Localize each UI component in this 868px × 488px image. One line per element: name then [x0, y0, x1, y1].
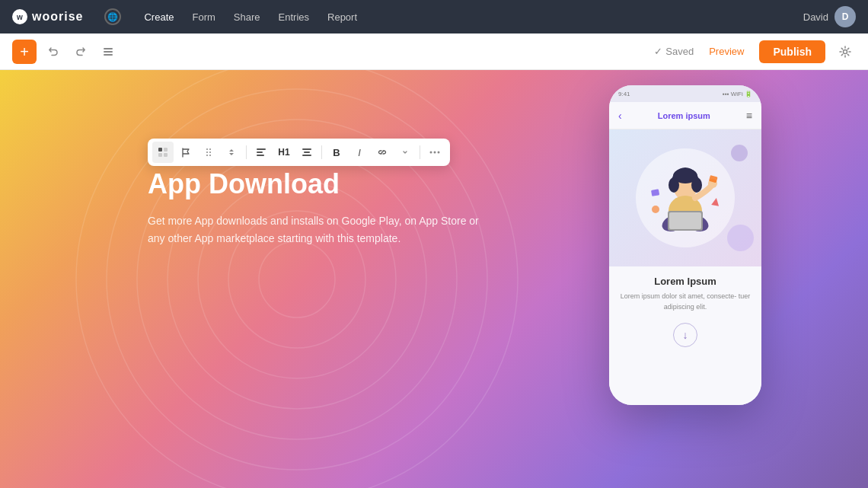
- svg-rect-13: [158, 153, 162, 157]
- add-block-button[interactable]: +: [12, 40, 37, 64]
- svg-marker-43: [711, 197, 720, 206]
- phone-deco-circle-1: [731, 145, 748, 161]
- editor-toolbar: + ✓ Saved Preview Publish: [0, 33, 868, 70]
- phone-nav-bar: ‹ Lorem ipsum ≡: [609, 102, 761, 129]
- svg-rect-2: [104, 54, 113, 56]
- block-up-down-button[interactable]: [221, 142, 242, 163]
- nav-item-share[interactable]: Share: [226, 7, 268, 27]
- svg-rect-42: [651, 189, 659, 196]
- heading-button[interactable]: H1: [273, 142, 295, 163]
- block-toolbar: H1 B I: [148, 139, 450, 166]
- link-options-button[interactable]: [394, 142, 416, 163]
- svg-rect-25: [304, 152, 310, 153]
- phone-hero-section: [609, 129, 761, 266]
- saved-status: ✓ Saved: [654, 46, 694, 57]
- svg-point-20: [209, 155, 211, 156]
- content-description[interactable]: Get more App downloads and installs on G…: [148, 212, 498, 247]
- svg-point-10: [76, 70, 518, 488]
- block-type-button[interactable]: [152, 142, 174, 163]
- phone-content-section: Lorem Ipsum Lorem ipsum dolor sit amet, …: [609, 266, 761, 405]
- svg-point-19: [206, 155, 208, 156]
- nav-item-form[interactable]: Form: [185, 7, 223, 27]
- preview-button[interactable]: Preview: [703, 43, 750, 60]
- user-avatar: D: [834, 6, 856, 27]
- saved-label: Saved: [665, 46, 694, 57]
- svg-rect-22: [257, 152, 263, 153]
- phone-signal: ▪▪▪ WiFi 🔋: [723, 91, 752, 97]
- svg-rect-14: [164, 153, 168, 157]
- toolbar-separator-2: [321, 145, 322, 159]
- svg-point-4: [259, 241, 335, 317]
- align-left-button[interactable]: [251, 142, 272, 163]
- svg-rect-0: [104, 48, 113, 49]
- phone-content-text: Lorem ipsum dolor sit amet, consecte- tu…: [620, 292, 751, 312]
- svg-rect-39: [669, 212, 701, 229]
- align-button[interactable]: [296, 142, 318, 163]
- undo-button[interactable]: [43, 41, 64, 62]
- canvas-area: H1 B I: [0, 70, 868, 488]
- svg-point-27: [430, 152, 432, 154]
- svg-point-34: [691, 177, 702, 193]
- phone-time: 9:41: [618, 91, 630, 97]
- toolbar-separator-1: [246, 145, 247, 159]
- svg-point-29: [438, 152, 440, 154]
- nav-item-create[interactable]: Create: [136, 7, 181, 27]
- user-menu[interactable]: David D: [803, 6, 856, 27]
- svg-rect-21: [257, 148, 266, 150]
- svg-point-28: [434, 152, 436, 154]
- svg-rect-12: [164, 148, 168, 152]
- person-illustration: [643, 156, 727, 240]
- svg-rect-23: [257, 155, 264, 156]
- svg-rect-11: [158, 148, 162, 152]
- globe-icon[interactable]: 🌐: [104, 8, 121, 25]
- nav-item-report[interactable]: Report: [320, 7, 365, 27]
- settings-button[interactable]: [834, 41, 856, 62]
- phone-nav-title: Lorem ipsum: [622, 111, 746, 120]
- link-button[interactable]: [372, 142, 393, 163]
- brand-logo-icon: w: [12, 9, 27, 24]
- nav-item-entries[interactable]: Entries: [271, 7, 317, 27]
- publish-button[interactable]: Publish: [759, 40, 825, 63]
- toolbar-right: ✓ Saved Preview Publish: [654, 40, 856, 63]
- layout-button[interactable]: [97, 41, 119, 62]
- svg-point-44: [652, 206, 659, 213]
- phone-status-bar: 9:41 ▪▪▪ WiFi 🔋: [609, 85, 761, 102]
- phone-download-button[interactable]: ↓: [673, 323, 697, 347]
- toolbar-separator-3: [420, 145, 420, 159]
- svg-point-18: [209, 152, 211, 153]
- phone-mockup: 9:41 ▪▪▪ WiFi 🔋 ‹ Lorem ipsum ≡: [609, 85, 761, 405]
- bold-button[interactable]: B: [326, 142, 347, 163]
- svg-rect-26: [302, 155, 311, 156]
- svg-point-33: [669, 177, 679, 193]
- user-name: David: [803, 11, 828, 23]
- check-icon: ✓: [654, 46, 662, 57]
- block-drag-button[interactable]: [198, 142, 219, 163]
- phone-hero-circle: [636, 148, 735, 247]
- redo-button[interactable]: [70, 41, 91, 62]
- svg-rect-1: [104, 51, 113, 53]
- phone-content-title: Lorem Ipsum: [654, 276, 716, 287]
- svg-point-3: [844, 49, 847, 53]
- more-options-button[interactable]: [424, 142, 445, 163]
- phone-deco-circle-2: [727, 225, 754, 251]
- content-block: App Download Get more App downloads and …: [148, 167, 498, 247]
- top-navigation: w woorise 🌐 Create Form Share Entries Re…: [0, 0, 868, 33]
- italic-button[interactable]: I: [349, 142, 370, 163]
- svg-point-15: [206, 148, 208, 150]
- svg-rect-24: [302, 148, 311, 150]
- svg-point-17: [206, 152, 208, 153]
- background-decoration: [69, 70, 525, 488]
- svg-point-16: [209, 148, 211, 150]
- phone-download-icon: ↓: [683, 329, 688, 341]
- phone-menu-icon[interactable]: ≡: [746, 110, 752, 122]
- nav-menu: Create Form Share Entries Report: [136, 7, 787, 27]
- content-title[interactable]: App Download: [148, 167, 498, 200]
- brand-name: woorise: [32, 10, 83, 24]
- block-flag-button[interactable]: [175, 142, 196, 163]
- brand-logo[interactable]: w woorise: [12, 9, 83, 24]
